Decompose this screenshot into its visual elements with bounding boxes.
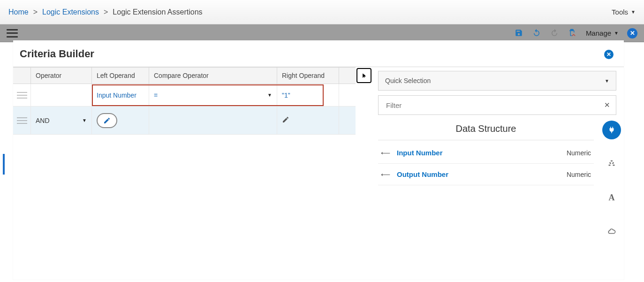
rail-text-icon[interactable]: A	[602, 188, 621, 207]
data-structure-item[interactable]: ⟵ Output Number Numeric	[378, 164, 594, 185]
manage-menu[interactable]: Manage ▼	[586, 29, 619, 37]
quick-selection-label: Quick Selection	[385, 77, 431, 84]
logical-operator-value: AND	[36, 117, 50, 124]
left-accent-bar	[3, 154, 5, 175]
breadcrumb: Home > Logic Extensions > Logic Extensio…	[0, 0, 644, 24]
redo-icon[interactable]	[550, 29, 560, 38]
quick-selection-dropdown[interactable]: Quick Selection ▼	[378, 71, 616, 91]
chevron-right-double-icon: »	[362, 72, 366, 79]
data-item-name: Output Number	[397, 170, 448, 178]
header-compare-operator: Compare Operator	[149, 68, 277, 84]
header-operator: Operator	[31, 68, 92, 84]
caret-down-icon: ▼	[605, 78, 609, 84]
logical-operator-select[interactable]: AND ▼	[36, 117, 87, 124]
compare-operator-select[interactable]: = ▼	[154, 91, 272, 99]
breadcrumb-home[interactable]: Home	[8, 8, 29, 16]
row-drag-handle[interactable]	[13, 84, 31, 106]
manage-label: Manage	[586, 29, 611, 37]
right-operand-value[interactable]: "1"	[282, 91, 290, 99]
criteria-builder-dialog: Criteria Builder ✕ » Operator Left Opera…	[13, 40, 624, 280]
rail-cloud-icon[interactable]	[602, 222, 621, 241]
edit-left-operand-button[interactable]	[97, 113, 117, 128]
dialog-close-icon[interactable]: ✕	[604, 50, 614, 59]
arrow-left-icon: ⟵	[381, 149, 390, 157]
edit-right-operand-button[interactable]	[282, 116, 289, 125]
filter-container: ✕	[378, 95, 616, 115]
category-rail: A	[601, 121, 622, 241]
data-structure-panel: Quick Selection ▼ ✕ Data Structure ⟵ Inp…	[356, 67, 624, 279]
hamburger-icon[interactable]	[7, 29, 18, 38]
rail-cubes-icon[interactable]	[602, 154, 621, 173]
collapse-panel-button[interactable]: »	[356, 68, 371, 83]
criteria-row: Input Number = ▼ "1"	[13, 84, 356, 107]
data-item-type: Numeric	[567, 149, 591, 157]
tools-menu[interactable]: Tools ▼	[612, 8, 636, 16]
data-item-type: Numeric	[567, 171, 591, 178]
filter-input[interactable]	[385, 101, 609, 110]
caret-down-icon: ▼	[631, 9, 636, 15]
breadcrumb-sep-icon: >	[104, 8, 108, 16]
header-right-operand: Right Operand	[277, 68, 339, 84]
breadcrumb-sep-icon: >	[33, 8, 38, 16]
dialog-title: Criteria Builder	[13, 40, 624, 67]
breadcrumb-current: Logic Extension Assertions	[113, 8, 202, 16]
criteria-table-header: Operator Left Operand Compare Operator R…	[13, 67, 356, 84]
data-structure-item[interactable]: ⟵ Input Number Numeric	[378, 142, 594, 164]
left-operand-value[interactable]: Input Number	[97, 91, 136, 99]
criteria-row: AND ▼	[13, 107, 356, 135]
editor-toolbar: Manage ▼ ✕	[0, 24, 644, 42]
breadcrumb-logic-extensions[interactable]: Logic Extensions	[42, 8, 99, 16]
data-item-name: Input Number	[397, 149, 443, 157]
row-drag-handle[interactable]	[13, 107, 31, 134]
rail-plug-icon[interactable]	[602, 121, 621, 139]
caret-down-icon: ▼	[614, 30, 619, 36]
arrow-left-icon: ⟵	[381, 171, 390, 178]
save-icon[interactable]	[515, 29, 524, 38]
tools-label: Tools	[612, 8, 628, 16]
compare-operator-value: =	[154, 91, 158, 99]
header-left-operand: Left Operand	[92, 68, 149, 84]
caret-down-icon: ▼	[82, 118, 87, 123]
undo-icon[interactable]	[532, 29, 542, 38]
caret-down-icon: ▼	[267, 92, 272, 98]
clear-filter-icon[interactable]: ✕	[604, 101, 610, 109]
data-structure-heading: Data Structure	[378, 121, 594, 140]
close-icon[interactable]: ✕	[627, 28, 637, 38]
criteria-table: Operator Left Operand Compare Operator R…	[13, 67, 356, 279]
clipboard-delete-icon[interactable]	[568, 29, 577, 38]
